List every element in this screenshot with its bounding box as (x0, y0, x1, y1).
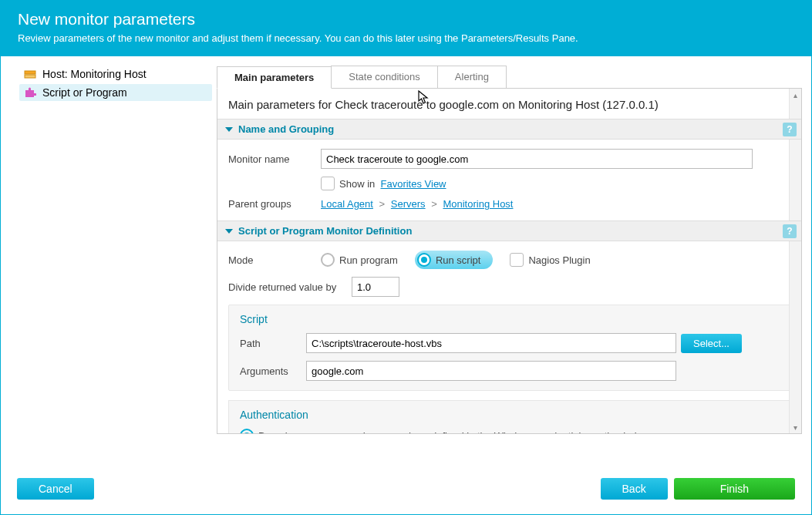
script-arguments-input[interactable] (306, 361, 676, 381)
puzzle-icon (24, 86, 36, 99)
mode-label: Mode (228, 254, 321, 266)
svg-rect-0 (25, 71, 35, 74)
script-path-input[interactable] (306, 333, 676, 353)
caret-down-icon (225, 127, 233, 132)
radio-label: Run program (339, 254, 398, 266)
select-path-button[interactable]: Select... (681, 334, 742, 353)
help-icon[interactable]: ? (783, 224, 797, 238)
radio-label: Nagios Plugin (528, 254, 590, 266)
section-title: Script or Program Monitor Definition (238, 225, 412, 237)
divide-label: Divide returned value by (228, 281, 352, 293)
sidebar-item-label: Script or Program (42, 86, 127, 99)
script-title: Script (240, 313, 779, 325)
auth-title: Authentication (240, 409, 779, 421)
section-title: Name and Grouping (238, 123, 334, 135)
chevron-right-icon: > (431, 198, 437, 210)
mode-run-script-radio[interactable]: Run script (415, 251, 494, 269)
breadcrumb-monitoring-host[interactable]: Monitoring Host (443, 198, 513, 210)
tab-alerting[interactable]: Alerting (437, 66, 507, 88)
monitor-name-input[interactable] (321, 149, 753, 169)
back-button[interactable]: Back (601, 478, 668, 500)
breadcrumb-servers[interactable]: Servers (391, 198, 426, 210)
parent-groups-label: Parent groups (228, 198, 321, 210)
show-in-label: Show in (339, 178, 375, 190)
mode-nagios-plugin-radio[interactable]: Nagios Plugin (510, 253, 590, 267)
tab-state-conditions[interactable]: State conditions (331, 66, 438, 88)
wizard-steps-sidebar: Host: Monitoring Host Script or Program (1, 56, 217, 442)
breadcrumb-local-agent[interactable]: Local Agent (321, 198, 373, 210)
radio-label: Run script (436, 254, 481, 266)
tab-bar: Main parameters State conditions Alertin… (217, 66, 802, 89)
monitor-name-label: Monitor name (228, 153, 321, 165)
help-icon[interactable]: ? (783, 123, 797, 136)
svg-rect-1 (25, 75, 35, 78)
sidebar-item-label: Host: Monitoring Host (42, 68, 147, 80)
chevron-right-icon: > (379, 198, 386, 210)
section-name-and-grouping[interactable]: Name and Grouping ? (217, 119, 801, 140)
page-subtitle: Review parameters of the new monitor and… (18, 32, 794, 45)
scroll-down-arrow-icon[interactable]: ▾ (791, 422, 800, 432)
finish-button[interactable]: Finish (674, 478, 795, 500)
sidebar-item-script[interactable]: Script or Program (19, 84, 212, 101)
divide-value-input[interactable] (352, 277, 399, 297)
show-in-favorites-checkbox[interactable] (321, 177, 335, 190)
panel-heading: Main parameters for Check traceroute to … (217, 89, 801, 119)
favorites-view-link[interactable]: Favorites View (380, 178, 446, 190)
auth-windows-credentials-radio[interactable]: Domain, user name and password are defin… (240, 429, 649, 434)
sidebar-item-host[interactable]: Host: Monitoring Host (19, 66, 212, 82)
radio-label: Domain, user name and password are defin… (258, 430, 649, 435)
main-parameters-panel: ▴ ▾ Main parameters for Check traceroute… (217, 89, 802, 434)
vertical-scrollbar[interactable]: ▴ ▾ (789, 89, 801, 433)
wizard-header: New monitor parameters Review parameters… (1, 1, 811, 56)
script-subsection: Script Path Select... Arguments (228, 305, 790, 391)
cancel-button[interactable]: Cancel (17, 478, 94, 500)
page-title: New monitor parameters (18, 10, 794, 29)
wizard-footer: Cancel Back Finish (0, 466, 812, 515)
section-script-definition[interactable]: Script or Program Monitor Definition ? (217, 220, 801, 241)
path-label: Path (240, 338, 306, 349)
tab-main-parameters[interactable]: Main parameters (217, 66, 332, 89)
scroll-up-arrow-icon[interactable]: ▴ (791, 90, 800, 99)
authentication-subsection: Authentication Domain, user name and pas… (228, 400, 790, 434)
mode-run-program-radio[interactable]: Run program (321, 253, 398, 267)
host-icon (24, 68, 36, 80)
caret-down-icon (225, 229, 233, 234)
arguments-label: Arguments (240, 365, 306, 377)
